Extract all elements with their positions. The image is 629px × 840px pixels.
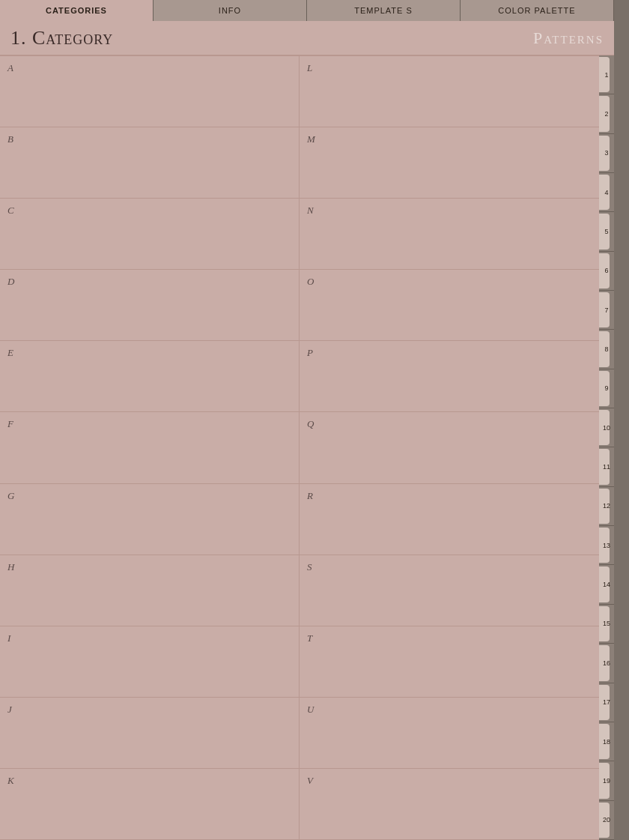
cell-label: L: [307, 62, 312, 73]
cell-label: G: [7, 490, 14, 501]
cell-label: E: [7, 347, 13, 358]
cell-label: V: [307, 775, 313, 786]
index-tab[interactable]: 8: [599, 330, 614, 369]
grid-cell[interactable]: S: [300, 555, 599, 626]
grid-cell[interactable]: U: [300, 698, 599, 769]
cell-label: J: [7, 704, 12, 715]
tab-templates[interactable]: TEMPLATE S: [307, 0, 461, 21]
grid-cell[interactable]: O: [300, 270, 599, 341]
index-tab[interactable]: 18: [599, 722, 614, 761]
grid-cell[interactable]: H: [0, 555, 300, 626]
cell-label: T: [307, 632, 312, 644]
index-tab[interactable]: 14: [599, 565, 614, 604]
grid-cell[interactable]: N: [300, 199, 599, 270]
cell-label: N: [307, 205, 314, 216]
cell-label: M: [307, 133, 315, 145]
grid-cell[interactable]: K: [0, 769, 300, 840]
index-tab[interactable]: 9: [599, 369, 614, 408]
page-title: 1. Category: [10, 27, 113, 49]
tab-bar: CATEGORIES INFO TEMPLATE S COLOR PALETTE: [0, 0, 614, 21]
tab-color-palette[interactable]: COLOR PALETTE: [461, 0, 614, 21]
side-index: 1234567891011121314151617181920: [599, 55, 614, 840]
grid-cell[interactable]: G: [0, 484, 300, 555]
grid-cell[interactable]: Q: [300, 412, 599, 483]
grid-cell[interactable]: T: [300, 626, 599, 698]
cell-label: Q: [307, 418, 314, 429]
cell-label: P: [307, 347, 313, 358]
index-tab[interactable]: 3: [599, 134, 614, 173]
grid-cell[interactable]: P: [300, 341, 599, 412]
grid-cell[interactable]: E: [0, 341, 300, 412]
grid-cell[interactable]: R: [300, 484, 599, 555]
index-tab[interactable]: 4: [599, 173, 614, 212]
index-tab[interactable]: 13: [599, 526, 614, 565]
page-header: 1. Category Patterns: [0, 21, 614, 55]
grid-cell[interactable]: V: [300, 769, 599, 840]
cell-label: U: [307, 704, 314, 715]
cell-label: H: [7, 561, 14, 572]
index-tab[interactable]: 7: [599, 291, 614, 330]
index-tab[interactable]: 11: [599, 447, 614, 486]
cell-label: S: [307, 561, 312, 572]
index-tab[interactable]: 20: [599, 801, 614, 840]
index-tab[interactable]: 17: [599, 683, 614, 722]
tab-categories[interactable]: CATEGORIES: [0, 0, 154, 21]
grid-cell[interactable]: M: [300, 127, 599, 199]
index-tab[interactable]: 2: [599, 94, 614, 133]
index-tab[interactable]: 16: [599, 644, 614, 683]
index-tab[interactable]: 10: [599, 408, 614, 447]
index-tab[interactable]: 12: [599, 487, 614, 526]
cell-label: F: [7, 418, 13, 429]
index-tab[interactable]: 5: [599, 212, 614, 251]
grid-cell[interactable]: A: [0, 56, 300, 127]
main-container: CATEGORIES INFO TEMPLATE S COLOR PALETTE…: [0, 0, 614, 840]
grid-cell[interactable]: F: [0, 412, 300, 483]
cell-label: C: [7, 205, 14, 216]
index-tab[interactable]: 6: [599, 252, 614, 291]
tab-info[interactable]: INFO: [154, 0, 307, 21]
cell-label: I: [7, 632, 10, 644]
index-tab[interactable]: 1: [599, 55, 614, 94]
cell-label: B: [7, 133, 13, 145]
grid-cell[interactable]: B: [0, 127, 300, 199]
cell-label: D: [7, 276, 14, 287]
grid-cell[interactable]: C: [0, 199, 300, 270]
cell-label: R: [307, 490, 313, 501]
cell-label: O: [307, 276, 314, 287]
index-tab[interactable]: 19: [599, 761, 614, 800]
grid-cell[interactable]: D: [0, 270, 300, 341]
page-subtitle: Patterns: [533, 28, 604, 48]
cell-label: K: [7, 775, 14, 786]
grid-cell[interactable]: J: [0, 698, 300, 769]
grid-cell[interactable]: I: [0, 626, 300, 698]
grid-wrapper: ALBMCNDOEPFQGRHSITJUKV 12345678910111213…: [0, 55, 614, 840]
grid-content: ALBMCNDOEPFQGRHSITJUKV: [0, 55, 599, 840]
index-tab[interactable]: 15: [599, 605, 614, 644]
cell-label: A: [7, 62, 13, 73]
grid-cell[interactable]: L: [300, 56, 599, 127]
